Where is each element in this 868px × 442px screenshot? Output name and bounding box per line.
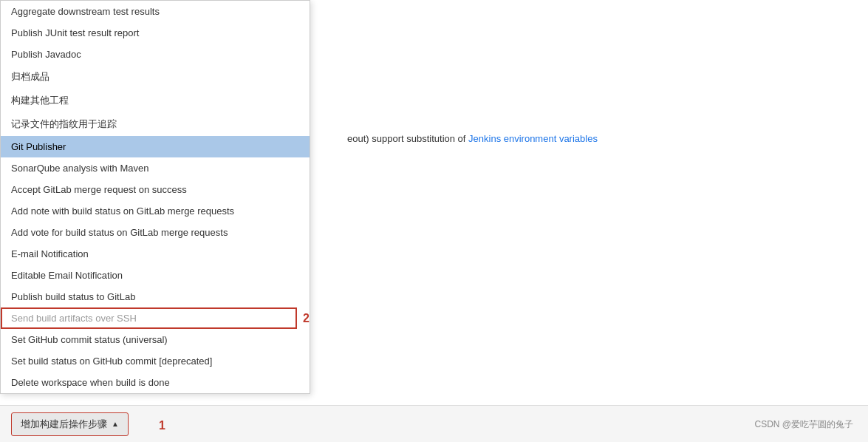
dropdown-arrow-icon: ▲	[112, 420, 119, 428]
badge-2: 2	[303, 312, 310, 325]
dropdown-item-sonarqube[interactable]: SonarQube analysis with Maven	[1, 157, 310, 179]
bottom-bar: 增加构建后操作步骤 ▲ 1	[0, 405, 868, 442]
dropdown-item-publish-javadoc[interactable]: Publish Javadoc	[1, 44, 310, 65]
dropdown-item-set-github-universal[interactable]: Set GitHub commit status (universal)	[1, 329, 310, 350]
add-step-button[interactable]: 增加构建后操作步骤 ▲	[11, 412, 129, 436]
dropdown-item-archive-artifacts[interactable]: 归档成品	[1, 65, 310, 89]
dropdown-item-add-note[interactable]: Add note with build status on GitLab mer…	[1, 200, 310, 222]
dropdown-item-set-github-deprecated[interactable]: Set build status on GitHub commit [depre…	[1, 350, 310, 372]
support-text: eout) support substitution of Jenkins en…	[347, 133, 846, 144]
dropdown-menu: Aggregate downstream test resultsPublish…	[0, 0, 310, 394]
dropdown-item-publish-gitlab[interactable]: Publish build status to GitLab	[1, 286, 310, 307]
dropdown-item-delete-workspace[interactable]: Delete workspace when build is done	[1, 372, 310, 393]
dropdown-item-accept-gitlab[interactable]: Accept GitLab merge request on success	[1, 179, 310, 200]
badge-1: 1	[159, 419, 165, 432]
dropdown-item-editable-email[interactable]: Editable Email Notification	[1, 265, 310, 286]
dropdown-item-email-notification[interactable]: E-mail Notification	[1, 243, 310, 265]
dropdown-item-record-fingerprints[interactable]: 记录文件的指纹用于追踪	[1, 112, 310, 136]
dropdown-item-publish-junit[interactable]: Publish JUnit test result report	[1, 22, 310, 44]
add-step-label: 增加构建后操作步骤	[21, 418, 107, 431]
dropdown-item-add-vote[interactable]: Add vote for build status on GitLab merg…	[1, 222, 310, 243]
dropdown-item-aggregate[interactable]: Aggregate downstream test results	[1, 1, 310, 22]
dropdown-item-send-ssh[interactable]: Send build artifacts over SSH	[1, 307, 297, 329]
dropdown-item-build-other[interactable]: 构建其他工程	[1, 89, 310, 112]
jenkins-env-link[interactable]: Jenkins environment variables	[468, 133, 598, 144]
dropdown-item-git-publisher[interactable]: Git Publisher	[1, 136, 310, 157]
csdn-credit: CSDN @爱吃芋圆的兔子	[754, 418, 853, 431]
